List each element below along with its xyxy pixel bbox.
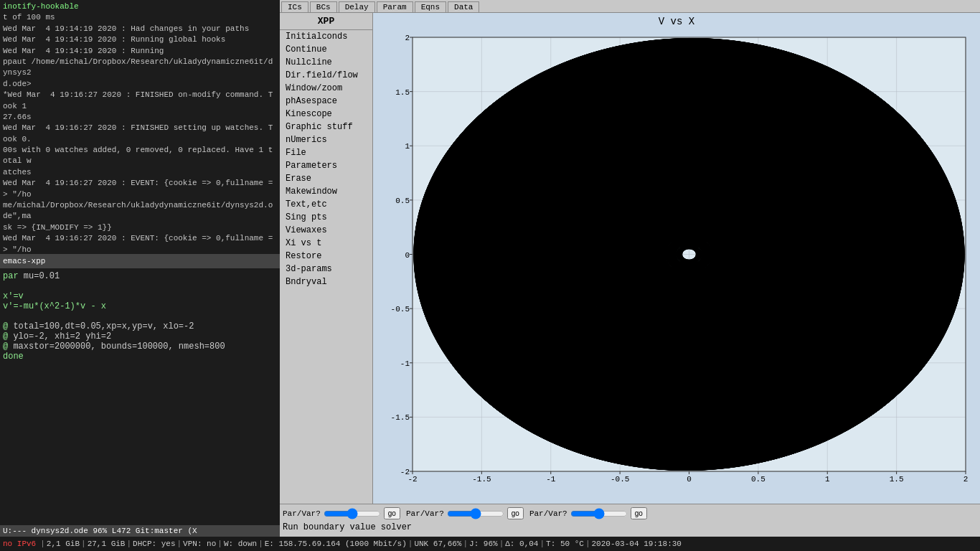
menu-item-sing-pts[interactable]: Sing pts bbox=[280, 211, 372, 224]
menu-item-kinescope[interactable]: Kinescope bbox=[280, 108, 372, 121]
main-layout: inotify-hookablet of 100 msWed Mar 4 19:… bbox=[0, 0, 980, 551]
status-bar: no IPv6 | 2,1 GiB | 27,1 GiB | DHCP: yes… bbox=[0, 537, 980, 551]
status-unk: UNK 67,66% bbox=[414, 540, 461, 548]
menu-item-text-etc[interactable]: Text,etc bbox=[280, 198, 372, 211]
status-no-ipv: no IPv6 bbox=[3, 540, 36, 548]
par-slider-1[interactable] bbox=[447, 509, 504, 518]
phase-plot-canvas bbox=[373, 30, 980, 504]
tabs-bar: ICsBCsDelayParamEqnsData bbox=[280, 0, 980, 13]
status-wifi: W: down bbox=[224, 540, 257, 548]
menu-item-makewindow[interactable]: Makewindow bbox=[280, 185, 372, 198]
par-control-2: Par/Var? go bbox=[529, 507, 647, 519]
status-delta: Δ: 0,04 bbox=[505, 540, 538, 548]
emacs-divider: emacs-xpp bbox=[0, 254, 280, 268]
menu-item-bndryval[interactable]: Bndryval bbox=[280, 276, 372, 288]
menu-item-restore[interactable]: Restore bbox=[280, 250, 372, 263]
terminal-area: inotify-hookablet of 100 msWed Mar 4 19:… bbox=[0, 0, 280, 254]
menu-item-viewaxes[interactable]: Viewaxes bbox=[280, 224, 372, 237]
par-label-2: Par/Var? bbox=[529, 509, 567, 518]
right-panel: ICsBCsDelayParamEqnsData XPP Initialcond… bbox=[280, 0, 980, 537]
emacs-status-text: U:--- dynsys2d.ode 96% L472 Git:master (… bbox=[3, 527, 197, 535]
tab-delay[interactable]: Delay bbox=[339, 1, 375, 12]
bottom-bar: Par/Var? go Par/Var? go Par/Var? go Run … bbox=[280, 504, 980, 537]
menu-items-container: InitialcondsContinueNullclineDir.field/f… bbox=[280, 30, 372, 288]
tab-ics[interactable]: ICs bbox=[281, 1, 308, 12]
status-j: J: 96% bbox=[469, 540, 498, 548]
menu-item-erase[interactable]: Erase bbox=[280, 172, 372, 185]
xpp-menu: XPP InitialcondsContinueNullclineDir.fie… bbox=[280, 13, 373, 504]
graph-canvas-container bbox=[373, 30, 980, 504]
menu-item-numerics[interactable]: nUmerics bbox=[280, 133, 372, 146]
menu-item-initialconds[interactable]: Initialconds bbox=[280, 30, 372, 43]
menu-item-continue[interactable]: Continue bbox=[280, 43, 372, 56]
par-go-0[interactable]: go bbox=[384, 507, 400, 519]
status-vpn: VPN: no bbox=[183, 540, 216, 548]
menu-item-dir-field-flow[interactable]: Dir.field/flow bbox=[280, 69, 372, 82]
menu-item-window-zoom[interactable]: Window/zoom bbox=[280, 82, 372, 95]
tab-eqns[interactable]: Eqns bbox=[415, 1, 446, 12]
emacs-status: U:--- dynsys2d.ode 96% L472 Git:master (… bbox=[0, 525, 280, 537]
xpp-title-label: XPP bbox=[280, 13, 372, 30]
par-go-2[interactable]: go bbox=[631, 507, 647, 519]
par-controls: Par/Var? go Par/Var? go Par/Var? go bbox=[283, 507, 977, 519]
menu-item-parameters[interactable]: Parameters bbox=[280, 159, 372, 172]
status-ram2: 27,1 GiB bbox=[88, 540, 126, 548]
status-eth: E: 158.75.69.164 (1000 Mbit/s) bbox=[265, 540, 407, 548]
par-slider-2[interactable] bbox=[570, 509, 628, 518]
xpp-graph-area: XPP InitialcondsContinueNullclineDir.fie… bbox=[280, 13, 980, 504]
emacs-title: emacs-xpp bbox=[3, 257, 45, 265]
status-ram1: 2,1 GiB bbox=[47, 540, 80, 548]
par-label-1: Par/Var? bbox=[406, 509, 444, 518]
menu-item-nullcline[interactable]: Nullcline bbox=[280, 56, 372, 69]
menu-item-file[interactable]: File bbox=[280, 146, 372, 159]
tab-bcs[interactable]: BCs bbox=[310, 1, 337, 12]
tab-param[interactable]: Param bbox=[377, 1, 413, 12]
menu-item-3d-params[interactable]: 3d-params bbox=[280, 263, 372, 276]
bvp-label: Run boundary value solver bbox=[283, 521, 977, 534]
menu-item-xi-vs-t[interactable]: Xi vs t bbox=[280, 237, 372, 250]
par-label-0: Par/Var? bbox=[283, 509, 321, 518]
top-area: inotify-hookablet of 100 msWed Mar 4 19:… bbox=[0, 0, 980, 537]
par-go-1[interactable]: go bbox=[507, 507, 524, 519]
left-panel: inotify-hookablet of 100 msWed Mar 4 19:… bbox=[0, 0, 280, 537]
status-datetime: 2020-03-04 19:18:30 bbox=[592, 540, 682, 548]
par-control-1: Par/Var? go bbox=[406, 507, 524, 519]
status-temp: T: 50 °C bbox=[546, 540, 584, 548]
menu-item-graphic-stuff[interactable]: Graphic stuff bbox=[280, 121, 372, 133]
graph-title: V vs X bbox=[373, 13, 980, 30]
par-control-0: Par/Var? go bbox=[283, 507, 400, 519]
emacs-editor[interactable]: par mu=0.01 x'=v v'=-mu*(x^2-1)*v - x @ … bbox=[0, 268, 280, 525]
menu-item-phasespace[interactable]: phAsespace bbox=[280, 95, 372, 108]
tab-data[interactable]: Data bbox=[448, 1, 479, 12]
status-dhcp: DHCP: yes bbox=[133, 540, 175, 548]
par-slider-0[interactable] bbox=[324, 509, 381, 518]
graph-area: V vs X bbox=[373, 13, 980, 504]
